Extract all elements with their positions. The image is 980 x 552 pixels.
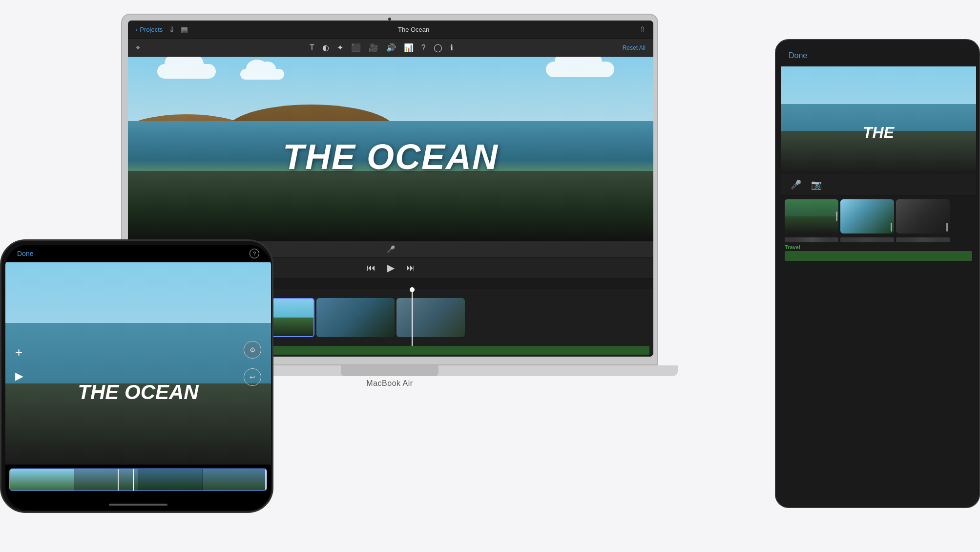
iphone-clip-strip[interactable] <box>9 468 267 491</box>
iphone-screen: Done ? THE OCEAN + ▶ <box>5 245 271 510</box>
ipad-screen: Done THE 🎤 📷 <box>781 45 976 504</box>
iphone-home-indicator <box>5 499 271 510</box>
color-icon[interactable]: ◐ <box>322 43 329 52</box>
ipad-clip-1[interactable] <box>785 199 838 234</box>
ipad-preview: THE <box>781 66 976 174</box>
ipad-waveform-row <box>781 237 976 242</box>
fast-forward-button[interactable]: ⏭ <box>406 263 415 273</box>
ipad-shell: Done THE 🎤 📷 <box>775 39 980 508</box>
iphone-clip-left-handle <box>118 469 119 490</box>
ocean-scene: THE OCEAN <box>128 57 653 241</box>
effects-icon[interactable]: ✦ <box>337 43 343 52</box>
toolbar: ⌖ T ◐ ✦ ⬛ 🎥 🔊 📊 ? ◯ ℹ Reset All <box>128 39 653 57</box>
title-bar: ‹ Projects ⇓ ▦ The Ocean ⇧ <box>128 21 653 39</box>
cloud-3 <box>546 62 614 77</box>
macbook-model-label: MacBook Air <box>366 379 413 388</box>
title-bar-left: ‹ Projects ⇓ ▦ <box>136 25 188 34</box>
rewind-button[interactable]: ⏮ <box>367 263 375 273</box>
iphone-clip-seg-2 <box>74 469 139 490</box>
iphone-help-button[interactable]: ? <box>250 249 259 258</box>
ipad-clips-row <box>781 195 976 237</box>
toolbar-left: ⌖ <box>136 43 140 52</box>
import-icon[interactable]: ⇓ <box>168 25 175 34</box>
iphone-shell: Done ? THE OCEAN + ▶ <box>0 239 273 513</box>
iphone-play-button[interactable]: ▶ <box>15 370 23 382</box>
ipad-done-button[interactable]: Done <box>789 51 807 60</box>
timeline-playhead <box>412 289 413 346</box>
ipad-waveform-3 <box>896 237 950 242</box>
chart-icon[interactable]: 📊 <box>404 43 414 52</box>
cloud-1 <box>157 64 216 79</box>
audio-icon[interactable]: 🔊 <box>386 43 396 52</box>
crop-icon[interactable]: ⬛ <box>351 43 361 52</box>
iphone-timeline <box>5 465 271 499</box>
info-icon[interactable]: ℹ <box>450 43 453 52</box>
iphone-clip-seg-3 <box>138 469 203 490</box>
video-preview: THE OCEAN <box>128 57 653 241</box>
ipad-clip-thumb-top <box>785 199 838 216</box>
pointer-icon[interactable]: ⌖ <box>136 43 140 52</box>
toolbar-center: T ◐ ✦ ⬛ 🎥 🔊 📊 ? ◯ ℹ <box>310 43 453 52</box>
timeline-clip-after2[interactable] <box>396 298 465 337</box>
iphone-home-bar <box>109 504 167 506</box>
ipad-audio-track <box>785 251 972 261</box>
share-icon[interactable]: ⇧ <box>639 25 646 34</box>
grid-icon[interactable]: ▦ <box>181 25 188 34</box>
video-title-overlay: THE OCEAN <box>283 137 499 177</box>
window-title: The Ocean <box>188 26 639 33</box>
iphone-clip-thumbnails <box>10 469 267 490</box>
ipad-audio-label: Travel <box>781 242 976 251</box>
ipad-clip-thumb-bot <box>785 216 838 234</box>
clip-thumbnail-2 <box>316 298 395 337</box>
iphone-status-bar: Done ? <box>5 245 271 262</box>
projects-link[interactable]: Projects <box>140 26 163 33</box>
iphone-left-controls: + ▶ <box>15 345 23 382</box>
chevron-left-icon: ‹ <box>136 26 138 33</box>
iphone-clip-seg-1 <box>10 469 74 490</box>
ipad-device: Done THE 🎤 📷 <box>775 39 980 508</box>
iphone-right-controls: ⚙ ↩ <box>244 341 261 386</box>
timeline-clip-after1[interactable] <box>316 298 395 337</box>
iphone-add-button[interactable]: + <box>15 345 23 360</box>
back-button[interactable]: ‹ Projects <box>136 26 163 33</box>
ipad-media-controls: 🎤 📷 <box>781 174 976 195</box>
iphone-settings-button[interactable]: ⚙ <box>244 341 261 359</box>
help-icon[interactable]: ? <box>421 43 426 52</box>
cloud-2 <box>240 69 284 80</box>
ipad-clip-handle-1 <box>836 212 837 221</box>
ipad-media-grid: Travel <box>781 195 976 504</box>
title-icon[interactable]: T <box>310 43 314 52</box>
rocks-layer <box>128 171 653 241</box>
iphone-clip-right-handle <box>265 469 267 490</box>
ipad-clip-handle-2 <box>891 223 892 232</box>
undo-icon: ↩ <box>250 373 255 381</box>
iphone-clip-seg-4 <box>203 469 267 490</box>
settings-icon: ⚙ <box>250 346 256 354</box>
play-button[interactable]: ▶ <box>387 262 395 274</box>
ipad-camera-icon[interactable]: 📷 <box>811 179 822 190</box>
ipad-title-bar: Done <box>781 45 976 66</box>
overlay-icon[interactable]: ◯ <box>434 43 442 52</box>
iphone-preview: THE OCEAN + ▶ ⚙ ↩ <box>5 262 271 465</box>
ipad-waveform-2 <box>840 237 894 242</box>
ipad-clip-2[interactable] <box>840 199 894 234</box>
reset-all-button[interactable]: Reset All <box>623 44 646 51</box>
ipad-clip-handle-3 <box>946 223 948 232</box>
ipad-video-title: THE <box>863 124 894 142</box>
ipad-clip-3[interactable] <box>896 199 950 234</box>
iphone-done-button[interactable]: Done <box>17 250 33 257</box>
ipad-waveform-1 <box>785 237 838 242</box>
ipad-microphone-icon[interactable]: 🎤 <box>791 179 801 190</box>
iphone-video-title: THE OCEAN <box>78 381 198 404</box>
iphone-undo-button[interactable]: ↩ <box>244 368 261 386</box>
clip-thumbnail-3 <box>396 298 465 337</box>
iphone-device: Done ? THE OCEAN + ▶ <box>0 239 273 513</box>
iphone-playhead <box>133 469 134 490</box>
camera-icon[interactable]: 🎥 <box>369 43 378 52</box>
microphone-icon[interactable]: 🎤 <box>387 245 395 253</box>
ipad-ocean-scene: THE <box>781 66 976 174</box>
iphone-ocean-scene: THE OCEAN + ▶ ⚙ ↩ <box>5 262 271 465</box>
